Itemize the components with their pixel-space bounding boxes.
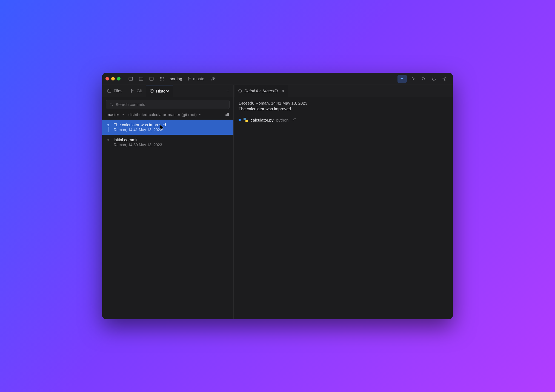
- panel-left-icon[interactable]: [126, 74, 135, 83]
- titlebar: sorting master: [102, 73, 453, 85]
- body: Files Git History: [102, 85, 453, 319]
- root-filter-label: distributed-calculator-master (git root): [128, 112, 197, 117]
- commit-list: The calculator was improved Roman, 14:41…: [102, 120, 233, 319]
- close-window[interactable]: [105, 77, 109, 80]
- notifications-icon[interactable]: [429, 74, 439, 83]
- branch-filter[interactable]: master: [107, 112, 125, 117]
- svg-point-26: [133, 90, 134, 91]
- detail-header: 14ceed0 Roman, 14:41 May 13, 2023 The ca…: [234, 97, 453, 114]
- branch-selector[interactable]: master: [185, 74, 207, 83]
- svg-point-7: [162, 77, 162, 78]
- window-controls: [105, 77, 121, 80]
- tab-files-label: Files: [114, 88, 122, 93]
- commit-graph: [106, 122, 110, 132]
- minimize-window[interactable]: [111, 77, 115, 80]
- search-input[interactable]: [116, 102, 227, 107]
- tab-history[interactable]: History: [146, 85, 173, 97]
- svg-point-25: [131, 91, 131, 92]
- commit-msg: The calculator was improved Roman, 14:41…: [114, 122, 229, 132]
- root-filter[interactable]: distributed-calculator-master (git root): [128, 112, 202, 117]
- svg-point-13: [162, 80, 162, 80]
- detail-tab-title: Detail for 14ceed0: [244, 88, 278, 93]
- ai-assistant-button[interactable]: [397, 75, 407, 83]
- changed-file-row[interactable]: calculator.py python: [239, 116, 448, 124]
- svg-point-9: [160, 78, 161, 79]
- commit-meta: Roman, 14:41 May 13, 2023: [114, 128, 229, 132]
- close-tab-icon[interactable]: ✕: [280, 89, 285, 93]
- svg-point-18: [212, 77, 213, 79]
- ide-window: sorting master: [102, 73, 453, 319]
- svg-rect-0: [129, 77, 133, 80]
- search-icon[interactable]: [419, 74, 428, 83]
- svg-point-14: [163, 80, 163, 80]
- apps-grid-icon[interactable]: [157, 74, 167, 83]
- add-tab-button[interactable]: [222, 85, 233, 97]
- detail-tabbar: Detail for 14ceed0 ✕: [234, 85, 453, 97]
- branch-name: master: [193, 76, 206, 81]
- detail-tab[interactable]: Detail for 14ceed0 ✕: [235, 85, 288, 97]
- svg-point-6: [160, 77, 161, 78]
- search-wrap: [102, 97, 233, 111]
- svg-point-10: [162, 78, 162, 79]
- svg-point-8: [163, 77, 163, 78]
- panel-bottom-icon[interactable]: [136, 74, 146, 83]
- commit-title: initial commit: [114, 137, 229, 142]
- tab-files[interactable]: Files: [103, 85, 126, 97]
- zoom-window[interactable]: [117, 77, 121, 80]
- main-panel: Detail for 14ceed0 ✕ 14ceed0 Roman, 14:4…: [234, 85, 453, 319]
- add-user-icon[interactable]: [208, 74, 218, 83]
- search-commits[interactable]: [106, 100, 230, 109]
- changed-files: calculator.py python: [234, 114, 453, 126]
- svg-point-17: [190, 78, 191, 79]
- commit-node-icon: [107, 123, 110, 126]
- svg-point-11: [163, 78, 163, 79]
- settings-icon[interactable]: [440, 74, 449, 83]
- sidebar: Files Git History: [102, 85, 234, 319]
- tab-history-label: History: [156, 89, 169, 93]
- commit-node-icon: [107, 139, 110, 141]
- commit-message: The calculator was improved: [239, 106, 448, 111]
- svg-line-31: [112, 105, 113, 106]
- filter-all[interactable]: all: [225, 112, 229, 117]
- commit-meta: Roman, 14:39 May 13, 2023: [114, 143, 229, 147]
- commit-msg: initial commit Roman, 14:39 May 13, 2023: [114, 137, 229, 147]
- svg-point-16: [188, 79, 188, 80]
- commit-hash-line: 14ceed0 Roman, 14:41 May 13, 2023: [239, 101, 448, 105]
- commit-item[interactable]: The calculator was improved Roman, 14:41…: [102, 120, 233, 135]
- commit-item[interactable]: initial commit Roman, 14:39 May 13, 2023: [102, 135, 233, 150]
- svg-point-30: [110, 103, 112, 105]
- project-name[interactable]: sorting: [167, 76, 185, 81]
- commit-graph-line: [108, 127, 108, 132]
- file-directory: python: [276, 118, 288, 122]
- commit-graph: [106, 137, 110, 147]
- tab-git[interactable]: Git: [126, 85, 146, 97]
- svg-rect-2: [139, 77, 143, 80]
- modified-indicator-icon: [239, 119, 241, 121]
- svg-point-23: [444, 78, 445, 79]
- svg-point-15: [188, 77, 188, 78]
- svg-point-12: [160, 80, 161, 80]
- run-icon[interactable]: [408, 74, 418, 83]
- commit-title: The calculator was improved: [114, 122, 229, 127]
- svg-line-22: [424, 79, 425, 80]
- python-file-icon: [244, 118, 248, 122]
- sidebar-tabs: Files Git History: [102, 85, 233, 97]
- panel-right-icon[interactable]: [147, 74, 156, 83]
- tab-git-label: Git: [137, 88, 142, 93]
- file-name: calculator.py: [251, 118, 273, 122]
- edit-icon[interactable]: [292, 117, 296, 122]
- branch-filter-label: master: [107, 112, 119, 117]
- filter-row: master distributed-calculator-master (gi…: [102, 111, 233, 120]
- svg-point-21: [422, 77, 425, 80]
- svg-point-24: [131, 89, 131, 90]
- svg-rect-4: [150, 77, 153, 80]
